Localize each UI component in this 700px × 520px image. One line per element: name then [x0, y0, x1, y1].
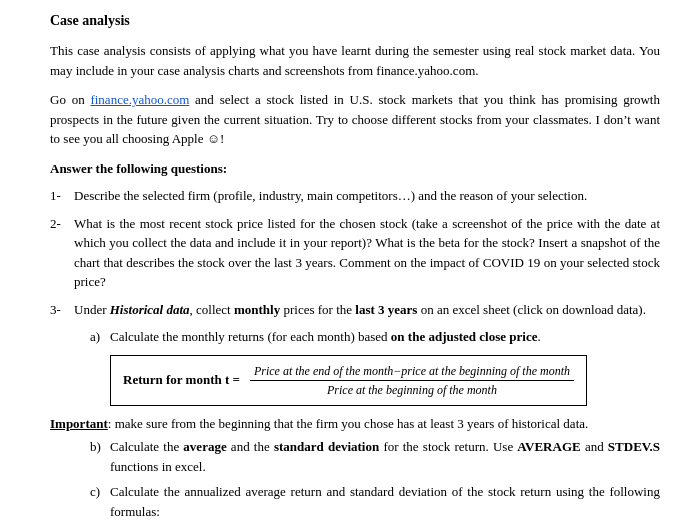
formula-box: Return for month t = Price at the end of…: [110, 355, 587, 406]
question-3: 3- Under Historical data, collect monthl…: [50, 300, 660, 320]
important-label: Important: [50, 416, 108, 431]
qa-text: Calculate the monthly returns (for each …: [110, 327, 541, 347]
sub-question-b: b) Calculate the average and the standar…: [90, 437, 660, 476]
qc-text: Calculate the annualized average return …: [110, 482, 660, 520]
formula-label: Return for month t =: [123, 370, 240, 390]
section-header: Answer the following questions:: [50, 159, 660, 179]
formula-fraction: Price at the end of the month−price at t…: [250, 362, 574, 399]
intro-paragraph-2: Go on finance.yahoo.com and select a sto…: [50, 90, 660, 149]
sub-question-c: c) Calculate the annualized average retu…: [90, 482, 660, 520]
q2-label: 2-: [50, 214, 70, 234]
question-1: 1- Describe the selected firm (profile, …: [50, 186, 660, 206]
qa-label: a): [90, 327, 106, 347]
qc-label: c): [90, 482, 106, 520]
q2-text: What is the most recent stock price list…: [74, 214, 660, 292]
q1-label: 1-: [50, 186, 70, 206]
important-note: Important: make sure from the beginning …: [50, 414, 660, 434]
important-text: : make sure from the beginning that the …: [108, 416, 589, 431]
sub-question-a: a) Calculate the monthly returns (for ea…: [90, 327, 660, 347]
yahoo-finance-link[interactable]: finance.yahoo.com: [90, 92, 189, 107]
intro2-pre: Go on: [50, 92, 90, 107]
q3-text: Under Historical data, collect monthly p…: [74, 300, 646, 320]
formula-numerator: Price at the end of the month−price at t…: [250, 362, 574, 381]
page-title: Case analysis: [50, 10, 660, 31]
qb-text: Calculate the average and the standard d…: [110, 437, 660, 476]
q1-text: Describe the selected firm (profile, ind…: [74, 186, 587, 206]
question-2: 2- What is the most recent stock price l…: [50, 214, 660, 292]
intro-paragraph-1: This case analysis consists of applying …: [50, 41, 660, 80]
q3-label: 3-: [50, 300, 70, 320]
formula-denominator: Price at the beginning of the month: [323, 381, 501, 399]
qb-label: b): [90, 437, 106, 476]
